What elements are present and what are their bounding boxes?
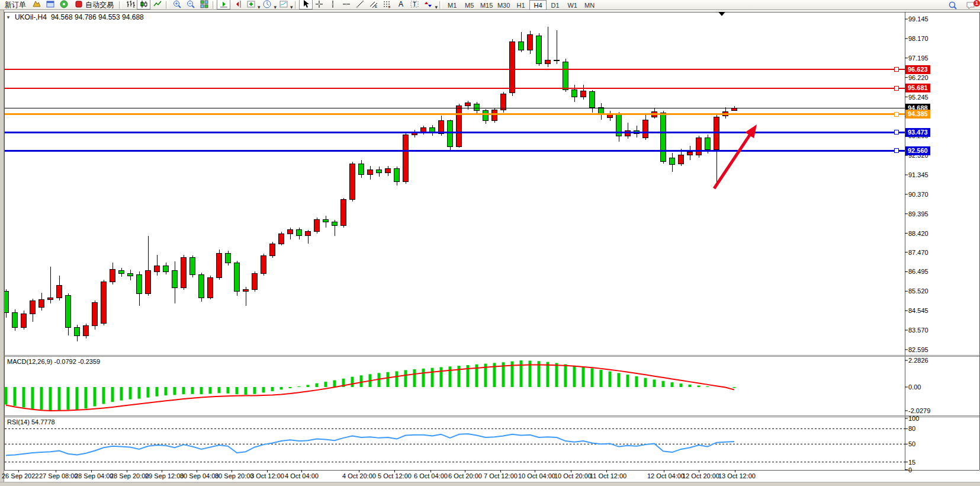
bar-chart-icon[interactable] — [123, 0, 137, 9]
text-icon[interactable]: A — [394, 0, 408, 9]
drawing-tools-group: EFAT▾ — [299, 0, 438, 11]
candle-body — [279, 234, 284, 244]
price-tick-label: 84.545 — [908, 307, 928, 314]
templates-icon[interactable] — [277, 0, 290, 9]
candle-body — [92, 303, 98, 326]
candle-body — [190, 258, 195, 275]
candle-body — [350, 164, 355, 200]
candle-body — [66, 296, 71, 328]
candle-body — [30, 300, 36, 314]
rsi-tick-label: 100 — [908, 415, 919, 422]
timeframe-m1-button[interactable]: M1 — [444, 0, 461, 10]
candlestick-series — [4, 27, 737, 341]
candle-body — [163, 266, 169, 271]
main-toolbar: 新订单 自动交易 ▾▾▾ EFAT▾ M1M5M15M30H1H4D1W1MN … — [0, 0, 980, 10]
time-tick-label: 12 Oct 04:00 — [647, 472, 685, 479]
candle-body — [536, 36, 542, 64]
time-tick-label: 30 Sep 04:00 — [180, 472, 219, 479]
candle-body — [554, 60, 560, 61]
toolbar-separator — [166, 1, 168, 9]
candle-body — [252, 274, 258, 290]
candle-body — [510, 42, 515, 93]
trendline-icon[interactable] — [354, 0, 367, 9]
candle-body — [181, 258, 187, 288]
label-icon[interactable]: T — [408, 0, 422, 9]
macd-tick-label: -2.0279 — [908, 407, 930, 414]
templates-dropdown-icon[interactable]: ▾ — [290, 4, 293, 10]
chart-expander-icon[interactable]: ▼ — [6, 15, 11, 20]
price-tick-label: 96.220 — [908, 74, 928, 81]
candle-body — [714, 117, 719, 150]
tile-windows-icon[interactable] — [197, 0, 211, 9]
shapes-dropdown-icon[interactable]: ▾ — [435, 4, 438, 10]
price-tick-label: 91.345 — [908, 171, 928, 178]
timeframe-w1-button[interactable]: W1 — [564, 0, 581, 10]
horizontal-lines — [5, 68, 905, 153]
chart-shift-marker-icon[interactable] — [718, 12, 725, 16]
chat-icon[interactable]: 1 — [963, 0, 977, 11]
time-tick-label: 12 Oct 20:00 — [682, 472, 719, 479]
candle-body — [474, 104, 480, 111]
auto-trading-button[interactable]: 自动交易 — [70, 0, 117, 9]
chart-canvas[interactable] — [0, 10, 980, 486]
zoom-group — [170, 0, 211, 11]
candle-body — [377, 170, 382, 172]
timeframe-m15-button[interactable]: M15 — [478, 0, 495, 10]
candle-body — [403, 135, 409, 181]
candle-body — [501, 94, 506, 110]
candle-body — [48, 298, 53, 299]
candle-body — [590, 92, 595, 108]
market-watch-icon[interactable] — [30, 0, 43, 9]
macd-tick-label: 2.2826 — [908, 357, 928, 364]
periods-icon[interactable] — [261, 0, 274, 9]
candle-body — [297, 230, 302, 236]
line-chart-icon[interactable] — [150, 0, 164, 9]
navigator-icon[interactable] — [43, 0, 57, 9]
time-tick-label: 11 Oct 12:00 — [590, 472, 626, 479]
new-order-button[interactable]: 新订单 — [1, 0, 30, 9]
search-icon[interactable] — [946, 0, 959, 11]
equidistant-channel-icon[interactable]: E — [367, 0, 381, 9]
crosshair-icon[interactable] — [313, 0, 326, 9]
vertical-line-icon[interactable] — [326, 0, 340, 9]
candle-body — [199, 274, 204, 298]
timeframe-h4-button[interactable]: H4 — [529, 0, 547, 10]
horizontal-line-icon[interactable] — [340, 0, 354, 9]
price-tag-94.385: 94.385 — [905, 110, 930, 119]
price-tick-label: 82.595 — [908, 346, 928, 353]
timeframe-mn-button[interactable]: MN — [581, 0, 598, 10]
candle-body — [119, 271, 124, 274]
timeframe-m30-button[interactable]: M30 — [495, 0, 512, 10]
rsi-tick-label: 15 — [908, 459, 915, 466]
timeframe-h1-button[interactable]: H1 — [512, 0, 529, 10]
price-tick-label: 99.145 — [908, 15, 928, 23]
time-tick-label: 6 Oct 04:00 — [414, 472, 448, 479]
candle-body — [288, 230, 293, 234]
shapes-icon[interactable] — [422, 0, 435, 9]
price-tick-label: 97.195 — [908, 55, 928, 62]
line-handle — [894, 130, 898, 135]
auto-scroll-icon[interactable] — [217, 0, 230, 9]
price-tick-label: 87.470 — [908, 249, 928, 256]
fibonacci-icon[interactable]: F — [381, 0, 394, 9]
toolbar-separator — [295, 1, 297, 9]
candlestick-icon[interactable] — [137, 0, 150, 9]
terminal-icon[interactable] — [57, 0, 70, 9]
candle-body — [581, 91, 586, 97]
zoom-in-icon[interactable] — [170, 0, 184, 9]
timeframe-m5-button[interactable]: M5 — [461, 0, 478, 10]
svg-text:E: E — [375, 5, 377, 8]
candle-body — [457, 106, 462, 147]
trend-arrow-annotation[interactable] — [714, 124, 757, 188]
macd-tick-label: 0.00 — [908, 383, 921, 391]
price-tick-label: 90.370 — [908, 191, 928, 198]
candle-body — [21, 314, 27, 328]
rsi-tick-label: 50 — [908, 440, 915, 447]
rsi-level-lines — [5, 429, 905, 462]
zoom-out-icon[interactable] — [184, 0, 197, 9]
indicators-icon[interactable] — [244, 0, 258, 9]
price-tag-93.473: 93.473 — [905, 128, 930, 137]
cursor-icon[interactable] — [299, 0, 313, 9]
chart-shift-icon[interactable] — [230, 0, 244, 9]
timeframe-d1-button[interactable]: D1 — [547, 0, 564, 10]
